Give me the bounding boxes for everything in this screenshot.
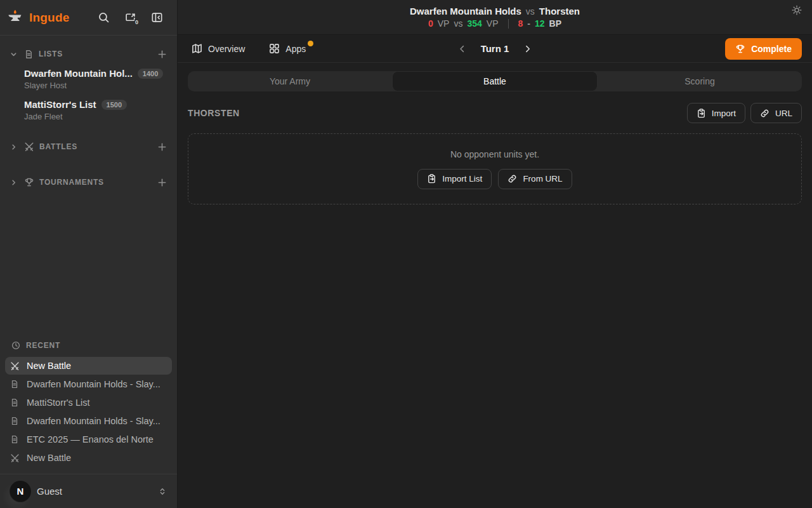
tab-battle[interactable]: Battle: [392, 71, 598, 91]
collapse-sidebar-icon[interactable]: [151, 11, 163, 23]
battle-toolbar: Overview Apps Turn 1: [178, 35, 812, 63]
empty-state-text: No opponent units yet.: [450, 149, 539, 159]
sidebar-section-tournaments[interactable]: TOURNAMENTS: [0, 173, 177, 192]
url-button[interactable]: URL: [750, 103, 802, 123]
add-tournament-icon[interactable]: [157, 178, 167, 187]
sidebar: Ingude 0: [0, 0, 178, 508]
brand-logo[interactable]: Ingude: [6, 9, 69, 27]
list-item-subtitle: Jade Fleet: [24, 112, 167, 121]
clipboard-import-icon: [697, 109, 706, 118]
lists-section-label: LISTS: [39, 50, 63, 58]
list-item[interactable]: MattiStorr's List 1500 Jade Fleet: [0, 95, 177, 126]
screen-share-count: 0: [134, 19, 138, 25]
recent-item-list[interactable]: ETC 2025 — Enanos del Norte: [5, 431, 172, 448]
chevron-down-icon: [10, 51, 19, 58]
opponent-header: THORSTEN Import: [188, 103, 802, 123]
bp-unit: BP: [549, 18, 561, 29]
bp-dash: -: [527, 18, 530, 29]
document-icon: [10, 435, 20, 444]
complete-button[interactable]: Complete: [725, 38, 802, 60]
add-list-icon[interactable]: [157, 50, 167, 59]
trophy-icon: [24, 177, 34, 187]
recent-section-label: RECENT: [26, 341, 60, 350]
recent-item-list[interactable]: Dwarfen Mountain Holds - Slay...: [5, 375, 172, 393]
sidebar-section-battles[interactable]: BATTLES: [0, 137, 177, 156]
tab-your-army[interactable]: Your Army: [188, 71, 392, 91]
screen-share-icon[interactable]: 0: [124, 11, 136, 23]
turn-label: Turn 1: [481, 43, 509, 54]
overview-label: Overview: [208, 44, 245, 54]
document-icon: [10, 380, 20, 389]
recent-item-new-battle[interactable]: New Battle: [5, 449, 172, 467]
battle-header: Dwarfen Mountain Holds vs Thorsten 0 VP …: [178, 0, 812, 35]
brand-name: Ingude: [29, 11, 69, 25]
recent-item-label: MattiStorr's List: [27, 398, 89, 408]
list-item-title: Dwarfen Mountain Hol...: [24, 68, 133, 79]
recent-list: New Battle Dwarfen Mountain Holds - Slay…: [0, 356, 177, 474]
opponent-empty-state: No opponent units yet. Import List: [188, 133, 802, 204]
tournaments-section-label: TOURNAMENTS: [39, 178, 104, 187]
crossed-swords-icon: [10, 361, 20, 371]
away-bp-value: 12: [535, 18, 545, 29]
overview-button[interactable]: Overview: [188, 39, 249, 58]
user-menu[interactable]: N Guest: [0, 474, 177, 508]
apps-button[interactable]: Apps: [265, 39, 310, 58]
import-list-button[interactable]: Import List: [417, 169, 492, 189]
map-icon: [192, 43, 202, 54]
recent-item-label: Dwarfen Mountain Holds - Slay...: [27, 379, 160, 389]
score-divider: [508, 19, 509, 29]
from-url-button[interactable]: From URL: [498, 169, 572, 189]
from-url-label: From URL: [523, 174, 562, 184]
avatar: N: [10, 481, 30, 502]
recent-item-label: ETC 2025 — Enanos del Norte: [27, 434, 154, 444]
clipboard-import-icon: [427, 174, 436, 184]
add-battle-icon[interactable]: [157, 142, 167, 152]
document-icon: [24, 50, 34, 59]
complete-label: Complete: [751, 44, 792, 54]
user-name: Guest: [37, 486, 62, 497]
theme-toggle-sun-icon[interactable]: [792, 5, 802, 15]
sidebar-section-lists[interactable]: LISTS: [0, 44, 177, 64]
away-vp-value: 354: [467, 18, 481, 29]
battles-section-label: BATTLES: [39, 142, 77, 151]
previous-turn-icon[interactable]: [458, 44, 467, 53]
recent-item-label: New Battle: [27, 453, 71, 463]
opponent-name: Thorsten: [539, 6, 580, 17]
crossed-swords-icon: [10, 453, 20, 463]
import-label: Import: [712, 109, 736, 118]
chevron-right-icon: [10, 144, 19, 150]
document-icon: [10, 398, 20, 407]
list-item-title: MattiStorr's List: [24, 99, 96, 110]
recent-section-header: RECENT: [0, 337, 177, 354]
points-badge: 1500: [102, 100, 127, 110]
vp-unit: VP: [438, 18, 450, 29]
chevrons-up-down-icon: [158, 487, 167, 496]
sidebar-header: Ingude 0: [0, 0, 177, 36]
vs-label: vs: [526, 6, 535, 17]
battle-content: THORSTEN Import: [178, 91, 812, 508]
recent-item-list[interactable]: Dwarfen Mountain Holds - Slay...: [5, 412, 172, 430]
opponent-heading: THORSTEN: [188, 108, 240, 118]
vp-unit: VP: [487, 18, 499, 29]
anvil-flame-logo-icon: [6, 9, 24, 27]
link-icon: [760, 109, 769, 118]
recent-item-new-battle[interactable]: New Battle: [5, 357, 172, 375]
app-window: Ingude 0: [0, 0, 812, 508]
trophy-icon: [735, 44, 745, 54]
points-badge: 1400: [138, 69, 163, 79]
url-label: URL: [775, 109, 792, 118]
search-icon[interactable]: [98, 11, 110, 23]
home-bp-value: 8: [518, 18, 523, 29]
chevron-right-icon: [10, 179, 19, 186]
crossed-swords-icon: [24, 142, 34, 152]
next-turn-icon[interactable]: [523, 44, 532, 53]
battle-tabs: Your Army Battle Scoring: [188, 71, 802, 91]
score-vs-label: vs: [454, 18, 462, 29]
recent-item-list[interactable]: MattiStorr's List: [5, 394, 172, 411]
tab-scoring[interactable]: Scoring: [598, 71, 802, 91]
apps-label: Apps: [285, 44, 306, 54]
import-button[interactable]: Import: [687, 103, 745, 123]
clock-icon: [11, 341, 20, 350]
link-icon: [508, 174, 517, 184]
list-item[interactable]: Dwarfen Mountain Hol... 1400 Slayer Host: [0, 64, 177, 95]
